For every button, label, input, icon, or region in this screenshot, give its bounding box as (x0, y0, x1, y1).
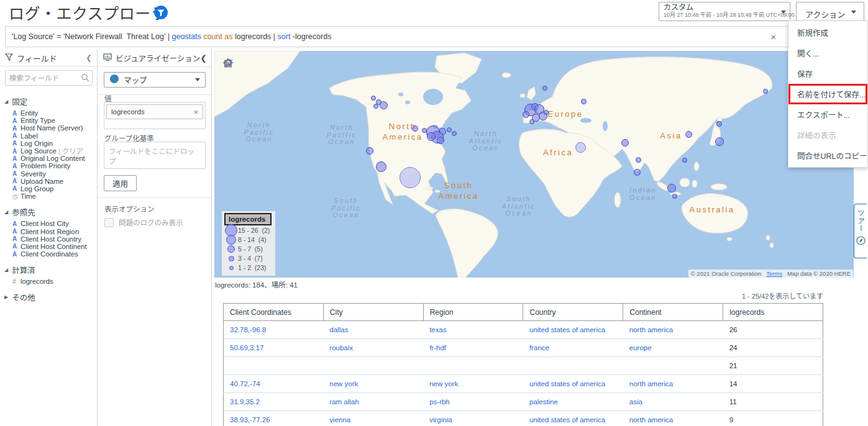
zoom-to-data-icon[interactable] (223, 87, 234, 97)
table-cell-link[interactable]: asia (629, 398, 642, 406)
field-item[interactable]: ALabel (0, 132, 98, 140)
field-section-header[interactable]: ◢固定 (0, 93, 98, 109)
apply-button[interactable]: 適用 (104, 175, 137, 191)
table-cell-link[interactable]: north america (629, 416, 673, 424)
table-cell-link[interactable]: europe (629, 344, 652, 351)
map-bubble[interactable] (412, 125, 418, 132)
map-bubble[interactable] (437, 137, 444, 144)
field-item[interactable]: ALog Group (0, 185, 98, 193)
map-bubble[interactable] (715, 137, 724, 146)
table-cell-link[interactable]: united states of america (529, 326, 605, 333)
action-menu-item[interactable]: 問合せURLのコピー (788, 145, 867, 166)
map-bubble[interactable] (763, 89, 768, 94)
legend-title[interactable]: logrecords (224, 213, 272, 225)
table-cell-link[interactable]: dallas (329, 326, 348, 333)
table-column-header[interactable]: logrecords (723, 304, 823, 321)
map-bubble[interactable] (452, 131, 457, 136)
table-cell-link[interactable]: new york (329, 380, 358, 387)
table-cell-link[interactable]: virginia (429, 416, 452, 424)
collapse-panel-icon[interactable]: ❮ (86, 53, 92, 62)
table-cell-link[interactable]: france (529, 344, 549, 351)
map-bubble[interactable] (544, 110, 549, 115)
action-menu-item[interactable]: 新規作成 (788, 22, 867, 43)
table-cell-link[interactable]: 31.9,35.2 (230, 398, 260, 406)
actions-button[interactable]: アクション (796, 2, 864, 21)
map-bubble[interactable] (636, 157, 641, 163)
field-item[interactable]: AProblem Priority (0, 162, 98, 170)
map-bubble[interactable] (366, 147, 373, 155)
map-bubble[interactable] (400, 167, 421, 188)
field-item[interactable]: AEntity Type (0, 117, 98, 124)
world-map[interactable]: North AmericaSouth AmericaEuropeAfricaAs… (214, 51, 854, 278)
map-bubble[interactable] (523, 111, 529, 118)
field-item[interactable]: ASeverity (0, 170, 98, 178)
field-item[interactable]: AUpload Name (0, 178, 98, 185)
settings-gear-icon[interactable] (223, 73, 234, 83)
map-bubble[interactable] (672, 194, 677, 199)
map-bubble[interactable] (716, 121, 722, 127)
action-menu-item[interactable]: エクスポート... (788, 104, 867, 125)
field-search-input[interactable] (5, 70, 93, 86)
table-column-header[interactable]: Region (423, 304, 523, 321)
map-bubble[interactable] (667, 184, 676, 193)
table-cell-link[interactable]: texas (429, 326, 447, 333)
problem-logs-checkbox-row[interactable]: 問題のログのみ表示 (104, 217, 183, 227)
map-bubble[interactable] (575, 142, 586, 153)
field-item[interactable]: AOriginal Log Content (0, 155, 98, 162)
table-cell-link[interactable]: new york (429, 380, 458, 387)
time-range-selector[interactable]: カスタム 10月 27 10:48 午前 - 10月 28 10:48 午前 U… (659, 2, 790, 21)
field-item[interactable]: ALog Source | クリア (0, 147, 98, 155)
field-item[interactable]: AClient Host City (0, 220, 98, 227)
table-cell-link[interactable]: 40.72,-74 (230, 380, 260, 387)
map-bubble[interactable] (371, 96, 376, 101)
field-section-header[interactable]: ▶その他 (0, 289, 98, 305)
tour-tab[interactable]: ツアー (854, 204, 867, 258)
map-bubble[interactable] (373, 104, 378, 109)
field-item[interactable]: AEntity (0, 109, 98, 117)
field-item[interactable]: AClient Host Country (0, 235, 98, 243)
map-bubble[interactable] (529, 119, 534, 124)
map-bubble[interactable] (634, 169, 641, 176)
query-bar[interactable]: 'Log Source' = 'Network Firewall Threat … (5, 26, 862, 47)
action-menu-item[interactable]: 名前を付けて保存... (788, 84, 867, 104)
table-column-header[interactable]: Continent (623, 304, 723, 321)
group-by-drop-area[interactable]: フィールドをここにドロップ (104, 142, 206, 169)
map-bubble[interactable] (447, 127, 452, 132)
table-cell-link[interactable]: ps-rbh (429, 398, 450, 406)
table-cell-link[interactable]: 50.69,3.17 (230, 344, 263, 351)
visualization-type-select[interactable]: マップ (104, 72, 206, 88)
map-bubble[interactable] (380, 101, 388, 109)
map-bubble[interactable] (427, 132, 436, 141)
table-cell-link[interactable]: north america (629, 326, 673, 333)
table-cell-link[interactable]: 38.93,-77.26 (230, 416, 270, 424)
map-bubble[interactable] (542, 86, 547, 91)
table-column-header[interactable]: Country (523, 304, 623, 321)
table-cell-link[interactable]: 32.78,-96.8 (230, 326, 266, 333)
field-item[interactable]: ◷Time (0, 193, 98, 200)
map-bubble[interactable] (581, 99, 587, 104)
table-cell-link[interactable]: fr-hdf (429, 344, 446, 351)
table-column-header[interactable]: City (323, 304, 423, 321)
value-chip[interactable]: logrecords × (106, 104, 203, 119)
field-item[interactable]: AClient Host Region (0, 227, 98, 235)
table-cell-link[interactable]: north america (629, 380, 673, 387)
field-item[interactable]: #logrecords (0, 278, 98, 285)
table-cell-link[interactable]: vienna (329, 416, 350, 424)
collapse-panel-icon[interactable]: ❮ (200, 53, 206, 63)
field-section-header[interactable]: ◢計算済 (0, 261, 98, 278)
table-column-header[interactable]: Client Coordinates (224, 304, 324, 321)
table-cell-link[interactable]: roubaix (329, 344, 353, 351)
action-menu-item[interactable]: 保存 (788, 63, 867, 84)
table-cell-link[interactable]: united states of america (529, 380, 605, 387)
field-item[interactable]: AClient Host Continent (0, 243, 98, 250)
field-section-header[interactable]: ◢参照先 (0, 204, 98, 220)
problem-logs-checkbox[interactable] (104, 218, 114, 227)
map-bubble[interactable] (685, 131, 692, 138)
field-item[interactable]: AHost Name (Server) (0, 124, 98, 132)
map-bubble[interactable] (682, 158, 687, 163)
value-field-box[interactable]: logrecords × (104, 102, 206, 129)
terms-link[interactable]: Terms (766, 270, 782, 277)
remove-chip-icon[interactable]: × (193, 107, 198, 117)
table-cell-link[interactable]: united states of america (529, 416, 605, 424)
field-item[interactable]: AClient Coordinates (0, 250, 98, 258)
